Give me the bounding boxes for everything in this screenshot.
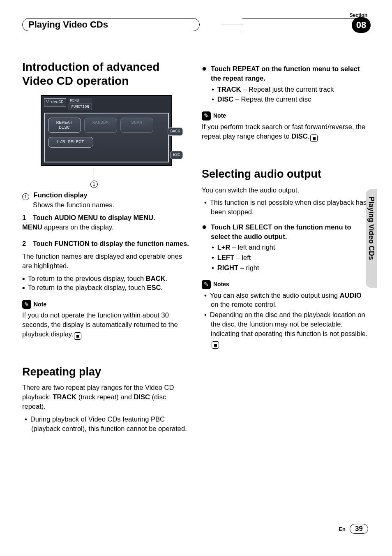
n-li1-a: You can also switch the audio output usi… (210, 292, 340, 299)
s2-li2-b: ESC (147, 284, 161, 291)
lead-repeat: Touch REPEAT on the function menu to sel… (211, 64, 370, 83)
step1-menu-bold: MENU (22, 223, 42, 231)
callout-line (94, 168, 94, 179)
header-right-arc-wrap: 08 (202, 18, 370, 31)
heading-repeating: Repeating play (22, 364, 190, 380)
a-li1-a: L+R (217, 243, 231, 251)
note-label-right: Note (213, 112, 226, 120)
note-icon: ✎ (202, 111, 211, 120)
scr-btn-lr-select[interactable]: L/R SELECT (48, 137, 93, 148)
s2-li2-a: To return to the playback display, touch (28, 284, 147, 291)
header-left-capsule: Playing Video CDs (22, 18, 200, 31)
scr-btn-scan[interactable]: SCAN (120, 118, 153, 133)
repeat-range-list: TRACK – Repeat just the current track DI… (202, 85, 370, 104)
section-number-badge: 08 (352, 17, 371, 33)
s2-li1-b: BACK (146, 275, 166, 282)
notes-list: You can also switch the audio output usi… (202, 291, 370, 349)
callout-wrapper: 1 (41, 166, 148, 185)
note-label: Note (34, 301, 46, 308)
s2-li1-c: . (166, 275, 168, 282)
step2-list: To return to the previous display, touch… (22, 274, 190, 293)
page-body: Introduction of advanced Video CD operat… (22, 60, 370, 435)
note-icon: ✎ (22, 300, 31, 309)
note-body-left: If you do not operate the function withi… (22, 311, 178, 338)
heading-audio: Selecting audio output (202, 167, 370, 182)
s2-li1-a: To return to the previous display, touch (28, 275, 146, 282)
audio-li1: This function is not possible when disc … (211, 198, 370, 217)
repeat-p-d: DISC (134, 393, 150, 401)
scr-menu-label: MENU (69, 98, 92, 103)
scr-btn-repeat-l2: DISC (48, 125, 81, 130)
n-li1-b: AUDIO (340, 292, 362, 299)
a-li2-a: LEFT (217, 254, 234, 261)
r-li1-b: – Repeat just the current track (241, 86, 334, 93)
r-li2-b: – Repeat the current disc (233, 95, 311, 103)
stop-icon (310, 134, 318, 142)
audio-intro-list: This function is not possible when disc … (202, 198, 370, 217)
lead-lr: Touch L/R SELECT on the function menu to… (211, 222, 370, 241)
bullet-icon: ● (202, 222, 207, 241)
notes-label: Notes (213, 280, 229, 288)
repeat-li: During playback of Video CDs featuring P… (31, 415, 190, 433)
bullet-icon: ● (202, 64, 207, 83)
callout-title: Function display (34, 191, 88, 199)
a-li3-b: – right (238, 264, 259, 271)
audio-intro: You can switch the audio output. (202, 185, 370, 195)
a-li3-a: RIGHT (217, 264, 238, 271)
scr-btn-random[interactable]: RANDOM (84, 118, 117, 133)
step1-lead: 1 Touch AUDIO MENU to display MENU. (22, 214, 155, 221)
step2-body: The function names are displayed and ope… (22, 252, 190, 271)
stop-icon (74, 332, 81, 340)
a-li2-b: – left (234, 254, 251, 261)
right-column: ● Touch REPEAT on the function menu to s… (202, 60, 370, 435)
scr-btn-repeat-l1: REPEAT (48, 120, 81, 125)
scr-btn-esc[interactable]: ESC (170, 151, 182, 159)
repeat-p-c: (track repeat) and (76, 393, 134, 401)
callout-desc: Shows the function names. (22, 200, 190, 210)
scr-outer: VideoCD MENU FUNCTION REPEAT DISC RANDOM… (41, 95, 172, 165)
repeat-list: During playback of Video CDs featuring P… (22, 415, 190, 433)
a-li1-b: – left and right (230, 243, 275, 251)
left-column: Introduction of advanced Video CD operat… (22, 60, 190, 435)
footer-lang: En (339, 526, 346, 532)
s2-li2-c: . (161, 284, 163, 291)
note-r-b: DISC (291, 132, 307, 140)
scr-btn-back[interactable]: BACK (168, 127, 182, 136)
header-row: Playing Video CDs 08 (22, 18, 370, 31)
repeat-p-b: TRACK (53, 393, 76, 401)
note-r-a: If you perform track search or fast forw… (202, 123, 365, 140)
scr-btn-repeat[interactable]: REPEAT DISC (48, 118, 81, 133)
header-right-arc: 08 (242, 18, 370, 31)
scr-function-label: FUNCTION (69, 104, 92, 110)
footer: En 39 (339, 524, 368, 534)
n-li1-c: on the remote control. (211, 301, 277, 308)
footer-page: 39 (350, 524, 368, 534)
callout-number: 1 (90, 181, 98, 188)
embedded-screenshot: VideoCD MENU FUNCTION REPEAT DISC RANDOM… (41, 95, 172, 184)
side-tab-text: Playing Video CDs (367, 197, 376, 260)
audio-output-list: L+R – left and right LEFT – left RIGHT –… (202, 243, 370, 272)
notes-icon: ✎ (202, 280, 211, 289)
step2-lead: 2 Touch FUNCTION to display the function… (22, 240, 189, 247)
r-li2-a: DISC (217, 95, 233, 103)
scr-videocd-chip: VideoCD (44, 98, 66, 107)
header-title: Playing Video CDs (28, 19, 108, 30)
r-li1-a: TRACK (217, 86, 241, 93)
note-r-c: . (308, 132, 310, 140)
stop-icon (212, 341, 219, 349)
step1-body-rest: appears on the display. (42, 223, 114, 231)
n-li2: Depending on the disc and the playback l… (210, 311, 368, 337)
heading-intro: Introduction of advanced Video CD operat… (22, 60, 190, 88)
inline-circled-1: 1 (22, 193, 29, 200)
